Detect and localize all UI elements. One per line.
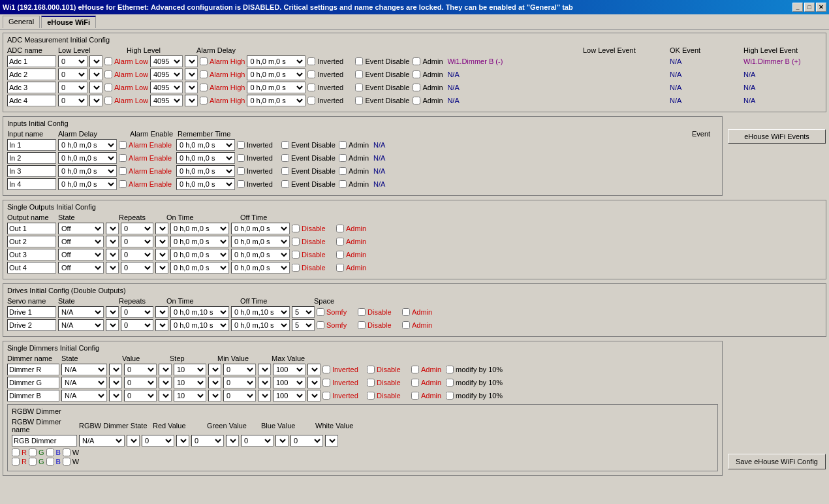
dimr-admin-check[interactable] [411,366,419,373]
out3-state-arr[interactable]: ▼ [106,249,119,260]
dimr-max[interactable]: 100 [273,364,305,375]
drv1-admin-check[interactable] [402,308,410,316]
adc1-delay[interactable]: 0 h,0 m,0 s [247,55,305,67]
maximize-button[interactable]: □ [804,3,815,12]
out3-on[interactable]: 0 h,0 m,0 s [170,249,229,260]
out4-state[interactable]: Off [58,262,104,274]
dimg-step[interactable]: 10 [174,377,206,388]
out1-off[interactable]: 0 h,0 m,0 s [231,223,290,234]
adc1-eventdisable-check[interactable] [355,57,363,65]
in1-eventdisable-check[interactable] [281,141,289,149]
out1-disable-check[interactable] [292,225,300,232]
rgbw-blue-arr[interactable]: ▼ [275,435,289,447]
out1-rep-arr[interactable]: ▼ [155,223,168,234]
rgbw-white[interactable]: 0 [290,435,323,447]
out4-disable-check[interactable] [292,264,300,272]
dimb-max[interactable]: 100 [273,390,305,402]
adc1-low-arrow[interactable]: ▼ [89,55,102,67]
in2-delay[interactable]: 0 h,0 m,0 s [58,152,117,164]
drv1-rep-arr[interactable]: ▼ [155,306,168,318]
adc3-low[interactable]: 0 [58,82,87,93]
dimb-state[interactable]: N/A [61,390,107,402]
out2-name[interactable] [7,236,56,247]
adc1-high-arrow[interactable]: ▼ [185,55,198,67]
dimb-max-arr[interactable]: ▼ [307,390,321,402]
in2-eventdisable-check[interactable] [281,154,289,162]
dimb-step[interactable]: 10 [174,390,206,402]
rgbw-red[interactable]: 0 [142,435,174,447]
drv2-state[interactable]: N/A [58,319,104,331]
in4-delay[interactable]: 0 h,0 m,0 s [58,178,117,190]
tab-general[interactable]: General [3,16,40,28]
out4-off[interactable]: 0 h,0 m,0 s [231,262,290,274]
dimr-value[interactable]: 0 [124,364,157,375]
rgbw-white-arr[interactable]: ▼ [325,435,338,447]
out4-on[interactable]: 0 h,0 m,0 s [170,262,229,274]
adc2-alarm-low-check[interactable] [104,71,112,78]
dimb-min-arr[interactable]: ▼ [258,390,271,402]
adc2-eventdisable-check[interactable] [355,71,363,78]
drv2-admin-check[interactable] [402,321,410,329]
dimg-step-arr[interactable]: ▼ [208,377,221,388]
rgbw-blue[interactable]: 0 [241,435,274,447]
dimg-state[interactable]: N/A [61,377,107,388]
dimr-state[interactable]: N/A [61,364,107,375]
in4-name[interactable] [7,178,56,190]
out2-admin-check[interactable] [336,238,344,245]
dimb-disable-check[interactable] [367,392,375,400]
adc1-inverted-check[interactable] [307,57,315,65]
in2-alarm-enable-check[interactable] [119,154,127,162]
adc3-high[interactable]: 4095 [150,82,183,93]
adc2-high-arrow[interactable]: ▼ [185,69,198,80]
dimb-admin-check[interactable] [411,392,419,400]
dimb-modify-check[interactable] [446,392,454,400]
out1-state-arr[interactable]: ▼ [106,223,119,234]
out3-disable-check[interactable] [292,251,300,259]
dimb-step-arr[interactable]: ▼ [208,390,221,402]
dimg-name[interactable] [7,377,59,388]
rgbw-state[interactable]: N/A [79,435,125,447]
rgbw-name[interactable] [12,435,77,447]
adc3-inverted-check[interactable] [307,84,315,91]
adc1-admin-check[interactable] [413,57,420,65]
dimr-step[interactable]: 10 [174,364,206,375]
out2-rep-arr[interactable]: ▼ [155,236,168,247]
in2-remember[interactable]: 0 h,0 m,0 s [176,152,235,164]
in4-inverted-check[interactable] [237,180,245,188]
dimr-state-arr[interactable]: ▼ [109,364,122,375]
out1-repeats[interactable]: 0 [121,223,153,234]
in1-name[interactable] [7,139,56,151]
rgbw-r1-check[interactable] [12,449,20,456]
out3-state[interactable]: Off [58,249,104,260]
in4-remember[interactable]: 0 h,0 m,0 s [176,178,235,190]
adc4-name[interactable] [7,95,56,106]
out1-name[interactable] [7,223,56,234]
rgbw-green[interactable]: 0 [191,435,224,447]
adc2-delay[interactable]: 0 h,0 m,0 s [247,69,305,80]
adc4-alarm-high-check[interactable] [200,97,208,104]
adc2-low[interactable]: 0 [58,69,87,80]
rgbw-w2-check[interactable] [63,458,70,465]
dimg-value-arr[interactable]: ▼ [159,377,172,388]
adc3-eventdisable-check[interactable] [355,84,363,91]
adc4-delay[interactable]: 0 h,0 m,0 s [247,95,305,106]
out2-state[interactable]: Off [58,236,104,247]
drv2-space[interactable]: 5 [292,319,315,331]
out3-admin-check[interactable] [336,251,344,259]
in3-inverted-check[interactable] [237,167,245,175]
out3-rep-arr[interactable]: ▼ [155,249,168,260]
adc4-inverted-check[interactable] [307,97,315,104]
rgbw-b2-check[interactable] [46,458,54,465]
out1-state[interactable]: OffOn [58,223,104,234]
adc3-name[interactable] [7,82,56,93]
drv1-name[interactable] [7,306,56,318]
dimg-disable-check[interactable] [367,379,375,386]
minimize-button[interactable]: _ [792,3,803,12]
in2-inverted-check[interactable] [237,154,245,162]
drv1-off[interactable]: 0 h,0 m,10 s [231,306,290,318]
adc1-high[interactable]: 4095 [150,55,183,67]
adc3-high-arrow[interactable]: ▼ [185,82,198,93]
adc3-admin-check[interactable] [413,84,420,91]
in3-remember[interactable]: 0 h,0 m,0 s [176,165,235,177]
in2-name[interactable] [7,152,56,164]
